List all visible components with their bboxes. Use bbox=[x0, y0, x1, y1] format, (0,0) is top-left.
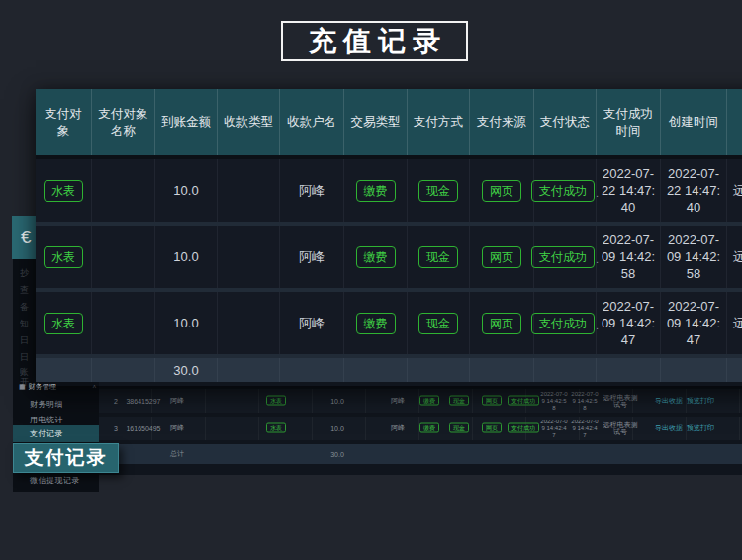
user-name: 阿峰 bbox=[170, 396, 184, 406]
pay-source-badge: 网页 bbox=[482, 397, 502, 406]
sidebar-item-wechat-withdraw[interactable]: 微信提现记录 bbox=[30, 475, 80, 486]
status-badge: 支付成功 bbox=[508, 397, 539, 406]
pay-method-badge: 现金 bbox=[408, 159, 470, 222]
user-name: 阿峰 bbox=[170, 423, 184, 433]
sidebar-item-fragment: 备 bbox=[20, 301, 32, 314]
status-badge: 支付成功 bbox=[508, 424, 539, 433]
payee: 阿峰 bbox=[391, 423, 405, 433]
meter-badge: 水表 bbox=[266, 424, 286, 433]
table-row: 2 386415297 阿峰 水表 10.0 阿峰 缴费 现金 网页 支付成功 … bbox=[99, 389, 742, 413]
payee-name: 阿峰 bbox=[280, 292, 344, 354]
success-time: 2022-07-09 14:42:58 bbox=[597, 226, 661, 288]
col-header: 交易类型 bbox=[344, 89, 408, 155]
total-amount: 30.0 bbox=[330, 451, 344, 458]
success-time: 2022-07-09 14:42:47 bbox=[597, 292, 661, 354]
recharge-records-table: 支付对象 支付对象名称 到账金额 收款类型 收款户名 交易类型 支付方式 支付来… bbox=[36, 89, 742, 386]
amount: 10.0 bbox=[330, 425, 344, 432]
create-time: 2022-07-09 14:42:58 bbox=[661, 226, 727, 288]
table-header-row: 支付对象 支付对象名称 到账金额 收款类型 收款户名 交易类型 支付方式 支付来… bbox=[36, 89, 742, 155]
order-no: 161650495 bbox=[126, 425, 160, 432]
meter-badge: 水表 bbox=[266, 397, 286, 406]
trade-type-badge: 缴费 bbox=[344, 159, 408, 222]
status-badge: 支付成功. bbox=[534, 292, 597, 354]
remark-fragment: 远 bbox=[727, 226, 742, 288]
export-receipt-link[interactable]: 导出收据 bbox=[655, 396, 683, 406]
trade-type-badge: 缴费 bbox=[344, 226, 408, 288]
amount: 10.0 bbox=[155, 159, 218, 222]
col-header: 支付来源 bbox=[470, 89, 534, 155]
col-header: 支付状态 bbox=[534, 89, 597, 155]
payee: 阿峰 bbox=[391, 396, 405, 406]
col-header: 收款类型 bbox=[218, 89, 280, 155]
charge-type bbox=[218, 159, 280, 222]
sidebar-item-fragment: 知 bbox=[20, 318, 32, 330]
amount: 10.0 bbox=[330, 398, 344, 405]
pay-object-name bbox=[92, 292, 155, 354]
finance-group-icon: ▦ bbox=[19, 383, 26, 391]
row-index: 2 bbox=[114, 398, 118, 405]
col-header: 收款户名 bbox=[280, 89, 344, 155]
status-badge: 支付成功. bbox=[534, 226, 597, 288]
row-index: 3 bbox=[114, 425, 118, 432]
print-preview-link[interactable]: 预览打印 bbox=[687, 423, 714, 433]
sidebar-item-finance-detail[interactable]: 财务明细 bbox=[30, 399, 63, 410]
total-amount: 30.0 bbox=[155, 358, 218, 382]
pay-source-badge: 网页 bbox=[470, 292, 534, 354]
create-time: 2022-07-09 14:42:58 bbox=[571, 391, 599, 412]
sidebar-item-power-stats[interactable]: 用电统计 bbox=[30, 415, 63, 425]
success-time: 2022-07-22 14:47:40 bbox=[597, 159, 661, 222]
pay-source-badge: 网页 bbox=[482, 424, 502, 433]
table-row: 水表 10.0 阿峰 缴费 现金 网页 支付成功. 2022-07-09 14:… bbox=[36, 222, 742, 288]
create-time: 2022-07-09 14:42:47 bbox=[571, 419, 599, 439]
trade-type-badge: 缴费 bbox=[344, 292, 408, 354]
remark-fragment: 远 bbox=[727, 292, 742, 354]
sidebar-item-fragment: 日 bbox=[20, 351, 32, 364]
col-header: 支付对象 bbox=[36, 89, 92, 155]
success-time: 2022-07-09 14:42:58 bbox=[540, 391, 568, 412]
create-time: 2022-07-22 14:47:40 bbox=[661, 159, 727, 222]
pay-method-badge: 现金 bbox=[408, 292, 470, 354]
pay-object-badge: 水表 bbox=[36, 292, 92, 354]
payment-records-callout: 支付记录 bbox=[13, 443, 119, 473]
trade-type-badge: 缴费 bbox=[419, 397, 439, 406]
pay-object-badge: 水表 bbox=[36, 159, 92, 222]
print-preview-link[interactable]: 预览打印 bbox=[687, 396, 714, 406]
col-header: 支付成功时间 bbox=[597, 89, 661, 155]
amount: 10.0 bbox=[155, 226, 218, 288]
amount: 10.0 bbox=[155, 292, 218, 354]
page-title: 充值记录 bbox=[281, 21, 468, 61]
col-header: 创建时间 bbox=[661, 89, 727, 155]
pay-object-name bbox=[92, 159, 155, 222]
total-label: 总计 bbox=[170, 449, 184, 459]
table-total-row: 总计 30.0 bbox=[99, 444, 742, 464]
pay-method-badge: 现金 bbox=[408, 226, 470, 288]
charge-type bbox=[218, 226, 280, 288]
euro-logo-icon: € bbox=[21, 227, 32, 248]
charge-type bbox=[218, 292, 280, 354]
create-time: 2022-07-09 14:42:47 bbox=[661, 292, 727, 354]
background-table: 2 386415297 阿峰 水表 10.0 阿峰 缴费 现金 网页 支付成功 … bbox=[99, 381, 742, 475]
col-header: 支付方式 bbox=[408, 89, 470, 155]
export-receipt-link[interactable]: 导出收据 bbox=[655, 423, 683, 433]
table-row: 水表 10.0 阿峰 缴费 现金 网页 支付成功. 2022-07-09 14:… bbox=[36, 288, 742, 354]
trade-type-badge: 缴费 bbox=[419, 424, 439, 433]
sidebar-item-payment-records[interactable]: 支付记录 bbox=[13, 425, 99, 442]
account-name: 远程电表测试号 bbox=[601, 421, 640, 435]
app-logo: € bbox=[12, 216, 38, 259]
success-time: 2022-07-09 14:42:47 bbox=[540, 419, 568, 439]
pay-source-badge: 网页 bbox=[470, 159, 534, 222]
pay-object-name bbox=[92, 226, 155, 288]
col-header: 到账金额 bbox=[155, 89, 218, 155]
pay-object-badge: 水表 bbox=[36, 226, 92, 288]
payee-name: 阿峰 bbox=[280, 159, 344, 222]
pay-method-badge: 现金 bbox=[449, 397, 469, 406]
table-row: 水表 10.0 阿峰 缴费 现金 网页 支付成功. 2022-07-22 14:… bbox=[36, 159, 742, 222]
remark-fragment: 远 bbox=[727, 159, 742, 222]
sidebar-item-fragment: 抄 bbox=[20, 267, 32, 280]
sidebar-item-fragment: 日 bbox=[20, 334, 32, 347]
pay-source-badge: 网页 bbox=[470, 226, 534, 288]
col-header bbox=[727, 89, 742, 155]
payee-name: 阿峰 bbox=[280, 226, 344, 288]
col-header: 支付对象名称 bbox=[92, 89, 155, 155]
account-name: 远程电表测试号 bbox=[601, 394, 640, 408]
